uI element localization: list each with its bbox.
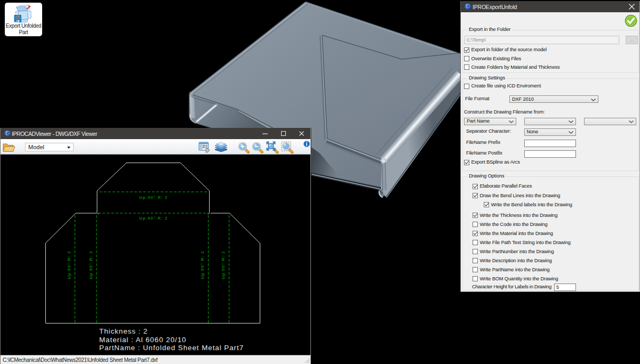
app-globe-icon: [4, 130, 11, 136]
separator-combobox[interactable]: None: [524, 128, 577, 136]
checkbox[interactable]: [473, 193, 478, 198]
dialog-globe-icon: [465, 3, 471, 10]
viewer-minimize-button[interactable]: [256, 128, 274, 139]
chevron-down-icon: [629, 120, 634, 123]
checkbox[interactable]: [473, 231, 478, 236]
checkbox-row-option[interactable]: Write the Code into the Drawing: [473, 222, 547, 228]
character-height-label: Character Height for Labels in Drawing: [472, 284, 551, 289]
viewer-statusbar: C:\ICMechanical\Doc\WhatNews2021\Unfolde…: [1, 355, 310, 364]
file-format-label: File Format: [465, 96, 489, 101]
checkbox-row-create-folders[interactable]: Create Folders by Material and Thickness: [464, 64, 559, 70]
bend-label: Up 90° R: 2: [139, 216, 168, 221]
construct-filename-label: Construct the Drawing Filename from:: [464, 109, 545, 115]
info-icon[interactable]: [303, 141, 310, 147]
export-folder-field[interactable]: [465, 36, 619, 45]
checkbox-row-option[interactable]: Write the Material into the Drawing: [473, 231, 553, 237]
dxf-canvas[interactable]: Up 90° R: 2 Up 90° R: 2 Up 90° R: 2 Up 9…: [1, 155, 310, 355]
group-options-title: Drawing Options: [467, 173, 506, 179]
checkbox[interactable]: [473, 213, 478, 218]
viewer-maximize-button[interactable]: [274, 128, 292, 139]
dialog-title: IPROExportUnfold: [473, 4, 517, 10]
statusbar-file-path: C:\ICMechanical\Doc\WhatNews2021\Unfolde…: [3, 357, 157, 363]
properties-table-icon[interactable]: [198, 142, 211, 153]
checkbox-row-option[interactable]: Write PartNumber into the Drawing: [473, 249, 554, 255]
checkbox-row-export-in-source-folder[interactable]: Export in folder of the source model: [464, 47, 547, 53]
file-format-combobox[interactable]: DXF 2010: [509, 95, 598, 103]
resize-grip[interactable]: [304, 358, 309, 363]
checkbox[interactable]: [473, 249, 478, 254]
checkbox[interactable]: [464, 160, 469, 165]
checkbox[interactable]: [473, 267, 478, 272]
open-folder-icon[interactable]: [2, 142, 16, 153]
viewer-titlebar[interactable]: IPROCADViewer - DWG/DXF Viewer: [1, 128, 310, 139]
checkbox[interactable]: [473, 222, 478, 227]
checkbox-row-option[interactable]: Draw the Bend Lines into the Drawing: [473, 193, 560, 199]
checkbox-row-option[interactable]: Write PartName into the Drawing: [473, 267, 550, 273]
export-unfolded-part-icon: [14, 4, 33, 23]
viewer-close-button[interactable]: [292, 128, 310, 139]
bend-label: Up 90° R: 2: [200, 250, 205, 279]
bend-label: Up 90° R: 2: [67, 250, 71, 279]
separator-character-label: Separator Character:: [466, 128, 511, 134]
checkbox[interactable]: [473, 258, 478, 263]
checkbox-row-option[interactable]: Write File Path Text String into the Dra…: [473, 240, 571, 246]
checkbox[interactable]: [484, 202, 489, 207]
checkbox[interactable]: [473, 184, 478, 189]
bend-label: Up 90° R: 2: [139, 195, 168, 200]
checkbox-row-option[interactable]: Write Description into the Drawing: [473, 258, 552, 264]
filename-prefix-field[interactable]: [524, 140, 577, 147]
note-partname: PartName : Unfolded Sheet Metal Part7: [99, 344, 244, 352]
layers-icon[interactable]: [214, 142, 228, 152]
checkbox-row-option[interactable]: Write BOM Quantity into the Drawing: [473, 276, 558, 282]
space-combobox[interactable]: Model: [25, 143, 74, 151]
confirm-button[interactable]: [625, 14, 637, 27]
checkbox-row-icd-environment[interactable]: Create file using ICD Enviroment: [464, 83, 541, 89]
bend-label: Up 90° R: 2: [89, 250, 93, 279]
checkbox-row-option[interactable]: Write the Thickness into the Drawing: [473, 213, 557, 219]
filename-part-combobox-1[interactable]: Part Name: [464, 118, 516, 125]
checkbox-row-option[interactable]: Write the Bend labels into the Drawing: [484, 202, 572, 208]
chevron-down-icon: [569, 131, 573, 134]
group-settings-title: Drawing Settings: [467, 75, 507, 80]
dialog-close-button[interactable]: [625, 1, 638, 12]
note-thickness: Thickness : 2: [99, 327, 148, 335]
filename-part-combobox-3[interactable]: [584, 118, 636, 125]
character-height-field[interactable]: [554, 284, 576, 291]
checkbox-row-overwrite-existing[interactable]: Overwrite Existing Files: [464, 56, 521, 62]
checkbox-row-option[interactable]: Elaborate Parallel Faces: [473, 183, 532, 189]
checkbox[interactable]: [464, 64, 469, 70]
checkbox[interactable]: [473, 276, 478, 281]
checkbox[interactable]: [464, 84, 469, 89]
checkbox[interactable]: [464, 56, 469, 61]
chevron-down-icon: [591, 99, 596, 101]
desktop: Export UnfoldedPart IPROCADViewer - DWG/…: [0, 0, 640, 364]
export-button-label: Export UnfoldedPart: [5, 23, 42, 35]
combo-arrow-icon: [67, 147, 70, 149]
zoom-window-icon[interactable]: [281, 141, 294, 153]
zoom-extents-icon[interactable]: [266, 141, 279, 153]
chevron-down-icon: [509, 120, 514, 123]
export-unfold-dialog: IPROExportUnfold Export in the Folder ..…: [460, 1, 640, 292]
unfolded-drawing: Up 90° R: 2 Up 90° R: 2 Up 90° R: 2 Up 9…: [1, 155, 310, 355]
bend-label: Up 90° R: 2: [221, 250, 226, 279]
export-unfolded-part-button[interactable]: Export UnfoldedPart: [5, 3, 42, 36]
dialog-titlebar[interactable]: IPROExportUnfold: [461, 1, 639, 12]
filename-postfix-field[interactable]: [524, 150, 577, 158]
zoom-out-icon[interactable]: [252, 142, 264, 153]
browse-folder-button[interactable]: ...: [626, 36, 638, 45]
filename-prefix-label: FileName Prefix: [466, 140, 500, 145]
checkbox[interactable]: [464, 47, 469, 53]
viewer-toolbar: Model: [1, 139, 310, 155]
note-material: Material : Al 6060 20/10: [99, 336, 187, 344]
zoom-in-icon[interactable]: [238, 142, 250, 153]
chevron-down-icon: [569, 120, 573, 123]
viewer-window: IPROCADViewer - DWG/DXF Viewer Model: [0, 128, 311, 364]
viewer-title: IPROCADViewer - DWG/DXF Viewer: [12, 131, 97, 137]
checkbox[interactable]: [473, 240, 478, 245]
checkbox-row-bspline-as-arcs[interactable]: Export BSpline as Arcs: [464, 159, 520, 165]
group-export-title: Export in the Folder: [467, 27, 512, 32]
space-combobox-value: Model: [28, 144, 44, 150]
filename-part-combobox-2[interactable]: [524, 118, 577, 125]
filename-postfix-label: FileName Postfix: [466, 150, 502, 156]
